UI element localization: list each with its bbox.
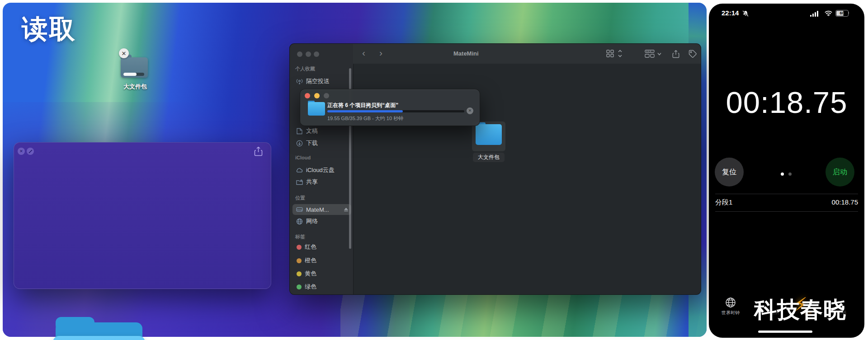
- tab-world-clock[interactable]: 世界时钟: [716, 297, 745, 316]
- lap-label: 分段1: [715, 198, 732, 207]
- sidebar-item-tag-red[interactable]: 红色: [292, 242, 351, 252]
- quicklook-markup-button[interactable]: [27, 148, 34, 155]
- document-icon: [296, 127, 303, 135]
- icon-view-button[interactable]: [606, 50, 614, 57]
- share-icon: [672, 50, 679, 58]
- airdrop-icon: [296, 78, 303, 85]
- tags-button[interactable]: [689, 50, 697, 58]
- share-button[interactable]: [672, 50, 679, 58]
- sidebar-item-tag-yellow[interactable]: 黄色: [292, 268, 351, 279]
- sidebar-item-documents[interactable]: 文稿: [292, 126, 351, 136]
- world-clock-globe-icon: [716, 297, 745, 308]
- content-folder-icon[interactable]: [476, 124, 502, 145]
- cloud-icon: [296, 167, 303, 174]
- finder-window: 个人收藏 隔空投送 文稿 下载 iCloud: [289, 43, 701, 295]
- home-indicator[interactable]: [758, 331, 812, 333]
- copy-progress-track: [327, 110, 464, 112]
- cellular-signal-icon: [810, 10, 821, 17]
- tab-label: 世界时钟: [716, 310, 745, 316]
- yellow-tag-dot: [297, 271, 302, 276]
- page-dot-active[interactable]: [781, 172, 784, 176]
- lap-separator-bottom: [715, 211, 858, 212]
- desktop-folder-progress-fill: [123, 73, 137, 76]
- red-tag-dot: [297, 245, 302, 250]
- bell-slash-icon: [742, 10, 749, 17]
- orange-tag-dot: [297, 258, 302, 263]
- sidebar-item-downloads[interactable]: 下载: [292, 138, 351, 149]
- sidebar-header-locations: 位置: [295, 195, 305, 201]
- desktop-folder-icon[interactable]: [121, 57, 148, 78]
- finder-toolbar: ‹ › MateMini: [353, 44, 701, 64]
- dialog-minimize-button[interactable]: [314, 93, 320, 98]
- forward-button[interactable]: ›: [379, 48, 382, 57]
- back-button[interactable]: ‹: [362, 48, 365, 57]
- sidebar-item-label: iCloud云盘: [306, 166, 335, 174]
- sidebar-item-label: 黄色: [305, 270, 316, 278]
- sidebar-header-icloud: iCloud: [295, 155, 311, 160]
- overlay-caption: 读取: [22, 12, 76, 47]
- group-by-icon: [645, 50, 655, 58]
- sidebar-item-label: 共享: [306, 178, 318, 186]
- shared-folder-icon: [296, 178, 303, 186]
- quicklook-folder-icon: [53, 336, 145, 340]
- sidebar-item-tag-orange[interactable]: 橙色: [292, 255, 351, 266]
- group-chevron-icon: [657, 52, 661, 56]
- content-folder-label[interactable]: 大文件包: [473, 153, 505, 162]
- sidebar-item-tag-green[interactable]: 绿色: [292, 281, 351, 292]
- sidebar-item-airdrop[interactable]: 隔空投送: [292, 76, 351, 87]
- grid-view-icon: [606, 50, 614, 57]
- battery-icon: 60: [835, 10, 849, 17]
- quicklook-panel: ✕ 大文件包 35.39 GB，7个项目 上次修改时间：2025年7月14日 0…: [14, 142, 271, 289]
- window-close-button[interactable]: [297, 51, 302, 57]
- disk-drive-icon: [296, 206, 303, 213]
- start-button[interactable]: 启动: [826, 158, 854, 186]
- reset-button[interactable]: 复位: [715, 158, 744, 186]
- window-title: MateMini: [453, 50, 479, 57]
- sidebar-item-label: 绿色: [305, 283, 316, 291]
- wifi-icon: [825, 10, 832, 16]
- stop-copy-button[interactable]: ✕: [467, 107, 473, 114]
- finder-sidebar: 个人收藏 隔空投送 文稿 下载 iCloud: [290, 44, 354, 294]
- page-dot-inactive[interactable]: [788, 172, 792, 176]
- channel-watermark: 科技春晓: [754, 295, 864, 325]
- sidebar-item-network[interactable]: 网络: [292, 216, 351, 227]
- sidebar-item-matemini[interactable]: MateM...: [292, 204, 351, 215]
- screenshot-canvas: 读取 ✕ 大文件包 ✕ 大文件包 35.39 GB，7个项目 上次修改时间：20…: [0, 0, 868, 340]
- dialog-close-button[interactable]: [305, 93, 310, 98]
- quicklook-close-button[interactable]: ✕: [18, 148, 25, 155]
- sidebar-item-label: MateM...: [306, 206, 329, 213]
- green-tag-dot: [297, 284, 302, 289]
- updown-chevrons-icon: [618, 49, 623, 58]
- window-zoom-button[interactable]: [314, 51, 319, 57]
- group-button[interactable]: [645, 50, 655, 58]
- sidebar-item-label: 网络: [306, 217, 318, 225]
- copy-detail-text: 19.55 GB/35.39 GB - 大约 10 秒钟: [327, 115, 403, 122]
- eject-icon[interactable]: [344, 207, 349, 212]
- desktop-folder-label: 大文件包: [110, 83, 160, 91]
- iphone-screen: 22:14 60 00:18.75 复位 启动 分段1 00:18.75: [709, 4, 864, 338]
- dialog-folder-icon: [308, 102, 325, 116]
- status-bar-time: 22:14: [722, 9, 739, 17]
- share-icon: [254, 146, 263, 156]
- sidebar-item-shared[interactable]: 共享: [292, 177, 351, 187]
- lap-separator-top: [715, 194, 858, 194]
- sidebar-item-icloud-drive[interactable]: iCloud云盘: [292, 165, 351, 176]
- sidebar-header-favorites: 个人收藏: [295, 65, 315, 72]
- markup-icon: [28, 149, 33, 154]
- download-circle-icon: [296, 140, 303, 147]
- battery-nub: [848, 12, 849, 14]
- window-minimize-button[interactable]: [306, 51, 311, 57]
- stopwatch-display: 00:18.75: [709, 85, 864, 120]
- sidebar-item-label: 隔空投送: [306, 77, 330, 85]
- copy-progress-dialog: 正在将 6 个项目拷贝到“桌面” 19.55 GB/35.39 GB - 大约 …: [300, 89, 480, 126]
- cancel-copy-badge[interactable]: ✕: [119, 48, 129, 58]
- sidebar-item-label: 橙色: [305, 256, 316, 265]
- battery-percentage: 60: [836, 11, 848, 15]
- quicklook-share-button[interactable]: [254, 146, 263, 156]
- copy-progress-fill: [327, 110, 403, 112]
- desktop-folder-progress-track: [123, 73, 144, 76]
- sidebar-item-label: 文稿: [306, 127, 318, 135]
- sidebar-item-label: 红色: [305, 243, 316, 251]
- view-sort-stepper[interactable]: [618, 49, 623, 58]
- tag-icon: [689, 50, 697, 58]
